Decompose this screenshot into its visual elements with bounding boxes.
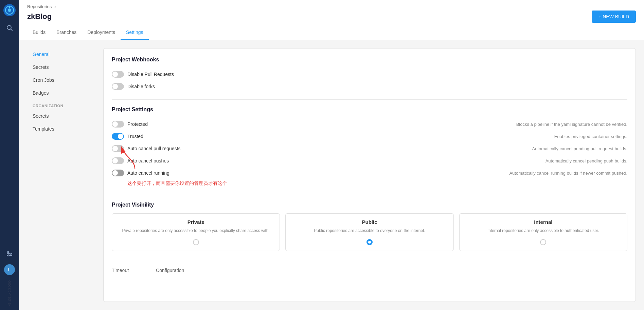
visibility-public-desc: Public repositories are accessible to ev… bbox=[291, 228, 448, 234]
visibility-internal-title: Internal bbox=[465, 219, 622, 225]
divider-1 bbox=[112, 99, 627, 100]
webhooks-title: Project Webhooks bbox=[112, 57, 627, 63]
toggle-auto-cancel-pr-switch[interactable] bbox=[112, 145, 124, 152]
radio-public[interactable] bbox=[366, 239, 373, 245]
sidebar-item-org-secrets[interactable]: Secrets bbox=[27, 110, 95, 122]
toggle-disable-pr-label: Disable Pull Requests bbox=[127, 72, 174, 77]
visibility-section: Project Visibility Private Private repos… bbox=[112, 202, 627, 251]
annotation-container: Auto cancel running Automatically cancel… bbox=[112, 167, 627, 188]
visibility-title: Project Visibility bbox=[112, 202, 627, 208]
visibility-card-public[interactable]: Public Public repositories are accessibl… bbox=[285, 213, 453, 251]
visibility-public-title: Public bbox=[291, 219, 448, 225]
toggle-disable-forks-label: Disable forks bbox=[127, 84, 155, 89]
visibility-private-title: Private bbox=[118, 219, 274, 225]
visibility-private-radio[interactable] bbox=[118, 239, 274, 245]
toggle-protected-label: Protected bbox=[127, 121, 148, 127]
sidebar: L 43.139.140.3:0000 bbox=[0, 0, 19, 310]
svg-point-10 bbox=[10, 253, 12, 254]
sidebar-item-general[interactable]: General bbox=[27, 48, 95, 60]
page-title: zkBlog bbox=[27, 12, 52, 21]
toggle-protected: Protected Blocks a pipeline if the yaml … bbox=[112, 118, 627, 130]
tab-deployments[interactable]: Deployments bbox=[82, 25, 121, 40]
radio-internal[interactable] bbox=[540, 239, 546, 245]
config-label: Configuration bbox=[156, 268, 184, 273]
project-settings-section: Project Settings Protected Blocks a pipe… bbox=[112, 106, 627, 188]
toggle-auto-cancel-running: Auto cancel running Automatically cancel… bbox=[112, 167, 627, 179]
visibility-internal-desc: Internal repositories are only accessibl… bbox=[465, 228, 622, 234]
sidebar-logo[interactable] bbox=[3, 4, 16, 18]
sidebar-item-cron-jobs[interactable]: Cron Jobs bbox=[27, 74, 95, 86]
toggle-auto-cancel-pr-desc: Automatically cancel pending pull reques… bbox=[532, 146, 627, 151]
toggle-auto-cancel-running-label: Auto cancel running bbox=[127, 170, 169, 176]
svg-point-9 bbox=[7, 251, 9, 253]
timeout-row: Timeout Configuration bbox=[112, 265, 627, 273]
content-area: General Secrets Cron Jobs Badges ORGANIZ… bbox=[19, 40, 644, 310]
sidebar-item-secrets[interactable]: Secrets bbox=[27, 61, 95, 73]
toggle-auto-cancel-pushes: Auto cancel pushes Automatically cancel … bbox=[112, 155, 627, 167]
new-build-button[interactable]: + NEW BUILD bbox=[592, 11, 636, 23]
visibility-private-desc: Private repositories are only accessible… bbox=[118, 228, 274, 234]
toggle-auto-cancel-pushes-switch[interactable] bbox=[112, 157, 124, 164]
svg-point-2 bbox=[8, 8, 11, 12]
toggle-auto-cancel-running-switch[interactable] bbox=[112, 170, 124, 176]
toggle-auto-cancel-pr: Auto cancel pull requests Automatically … bbox=[112, 142, 627, 155]
toggle-trusted: Trusted Enables privileged container set… bbox=[112, 130, 627, 142]
sidebar-item-badges[interactable]: Badges bbox=[27, 87, 95, 99]
visibility-card-private[interactable]: Private Private repositories are only ac… bbox=[112, 213, 280, 251]
settings-sidebar: General Secrets Cron Jobs Badges ORGANIZ… bbox=[27, 48, 95, 302]
annotation-text: 这个要打开，而且需要你设置的管理员才有这个 bbox=[127, 179, 627, 188]
user-avatar[interactable]: L bbox=[4, 264, 15, 275]
settings-panel: Project Webhooks Disable Pull Requests D… bbox=[103, 48, 636, 302]
header: Repositories › zkBlog + NEW BUILD Builds… bbox=[19, 0, 644, 40]
radio-private[interactable] bbox=[193, 239, 199, 245]
webhooks-section: Project Webhooks Disable Pull Requests D… bbox=[112, 57, 627, 93]
svg-point-11 bbox=[8, 255, 10, 256]
toggle-auto-cancel-pushes-label: Auto cancel pushes bbox=[127, 158, 169, 163]
visibility-public-radio[interactable] bbox=[291, 239, 448, 245]
toggle-disable-forks-switch[interactable] bbox=[112, 83, 124, 90]
tab-settings[interactable]: Settings bbox=[121, 25, 149, 40]
version-label: 43.139.140.3:0000 bbox=[8, 280, 11, 306]
tab-builds[interactable]: Builds bbox=[27, 25, 51, 40]
timeout-label: Timeout bbox=[112, 268, 129, 273]
toggle-trusted-desc: Enables privileged container settings. bbox=[554, 134, 627, 139]
visibility-internal-radio[interactable] bbox=[465, 239, 622, 245]
toggle-trusted-label: Trusted bbox=[127, 134, 143, 139]
sidebar-item-templates[interactable]: Templates bbox=[27, 123, 95, 135]
search-icon[interactable] bbox=[6, 24, 13, 33]
toggle-auto-cancel-running-desc: Automatically cancel running builds if n… bbox=[509, 171, 627, 176]
main-content: Repositories › zkBlog + NEW BUILD Builds… bbox=[19, 0, 644, 310]
divider-2 bbox=[112, 195, 627, 195]
toggle-trusted-switch[interactable] bbox=[112, 133, 124, 140]
tabs-nav: Builds Branches Deployments Settings bbox=[27, 25, 636, 40]
project-settings-title: Project Settings bbox=[112, 106, 627, 113]
toggle-auto-cancel-pr-label: Auto cancel pull requests bbox=[127, 146, 180, 151]
toggle-disable-forks: Disable forks bbox=[112, 80, 627, 93]
tab-branches[interactable]: Branches bbox=[51, 25, 82, 40]
svg-line-5 bbox=[11, 29, 13, 31]
toggle-protected-switch[interactable] bbox=[112, 121, 124, 128]
toggle-auto-cancel-pushes-desc: Automatically cancel pending push builds… bbox=[545, 158, 627, 163]
toggle-disable-pr-switch[interactable] bbox=[112, 71, 124, 78]
breadcrumb: Repositories › bbox=[27, 0, 636, 11]
visibility-cards: Private Private repositories are only ac… bbox=[112, 213, 627, 251]
divider-3 bbox=[112, 258, 627, 258]
toggle-disable-pull-requests: Disable Pull Requests bbox=[112, 68, 627, 80]
breadcrumb-repositories[interactable]: Repositories bbox=[27, 4, 52, 9]
breadcrumb-separator: › bbox=[54, 4, 56, 9]
org-section-label: ORGANIZATION bbox=[27, 100, 95, 110]
settings-icon[interactable] bbox=[6, 250, 13, 259]
toggle-protected-desc: Blocks a pipeline if the yaml signature … bbox=[516, 122, 627, 127]
visibility-card-internal[interactable]: Internal Internal repositories are only … bbox=[459, 213, 627, 251]
